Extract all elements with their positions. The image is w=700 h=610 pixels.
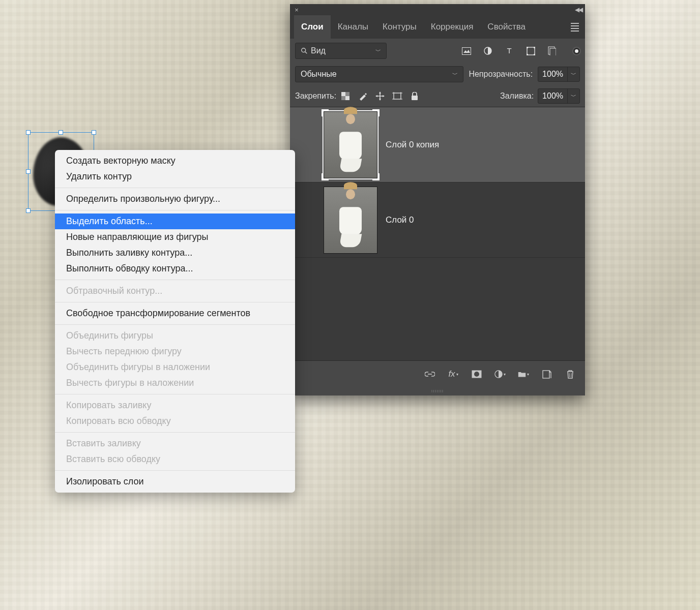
tab-label: Каналы [338,22,368,32]
filter-toggle[interactable] [573,48,580,54]
filter-shape-icon[interactable] [526,46,536,56]
context-menu-item: Объединить фигуры в наложении [55,359,295,375]
svg-rect-28 [412,96,418,100]
svg-point-30 [474,372,479,377]
context-menu-item: Вставить всю обводку [55,451,295,467]
svg-rect-10 [534,54,535,55]
chevron-down-icon[interactable]: ﹀ [567,67,579,81]
close-icon[interactable]: × [293,6,300,14]
svg-rect-32 [543,371,549,378]
context-menu-item[interactable]: Выполнить заливку контура... [55,245,295,261]
blend-mode-value: Обычные [301,70,337,79]
svg-marker-3 [463,50,470,53]
new-group-icon[interactable]: ▾ [518,369,529,380]
layer-row[interactable]: Слой 0 [290,182,585,258]
panel-menu-icon[interactable] [569,23,581,32]
svg-marker-19 [375,95,377,97]
lock-artboard-icon[interactable] [392,91,402,101]
handle-tr[interactable] [92,130,96,135]
context-menu-item[interactable]: Свободное трансформирование сегментов [55,306,295,321]
lock-transparency-icon[interactable] [340,91,351,101]
svg-rect-15 [345,92,349,96]
menu-separator [55,302,295,302]
lock-all-icon[interactable] [410,91,420,101]
lock-label: Закрепить: [295,92,336,101]
context-menu-item: Вычесть переднюю фигуру [55,344,295,359]
opacity-input[interactable]: 100% ﹀ [538,67,580,82]
opacity-label: Непрозрачность: [469,70,533,79]
opacity-value: 100% [538,70,567,79]
layers-list: Слой 0 копия Слой 0 [290,107,585,361]
new-adjustment-icon[interactable]: ▾ [494,369,506,380]
layer-name: Слой 0 [386,215,414,225]
svg-rect-16 [341,96,345,100]
fill-input[interactable]: 100% ﹀ [538,88,580,104]
blend-mode-select[interactable]: Обычные ﹀ [295,66,463,82]
context-menu-item: Обтравочный контур... [55,283,295,299]
tab-label: Контуры [383,22,417,32]
add-mask-icon[interactable] [471,369,482,380]
tab-channels[interactable]: Каналы [331,15,375,39]
lock-pixels-icon[interactable] [358,91,368,101]
fill-label: Заливка: [500,92,534,101]
tab-adjustments[interactable]: Коррекция [424,15,481,39]
handle-tm[interactable] [59,130,63,135]
context-menu-item: Вычесть фигуры в наложении [55,375,295,391]
layer-row[interactable]: Слой 0 копия [290,107,585,182]
menu-separator [55,432,295,433]
handle-bl[interactable] [26,208,31,213]
new-layer-icon[interactable] [541,369,552,380]
layer-fx-icon[interactable]: fx▾ [448,369,459,380]
svg-rect-7 [527,47,528,48]
svg-rect-14 [345,96,349,100]
context-menu-item[interactable]: Новые направляющие из фигуры [55,229,295,245]
chevron-down-icon[interactable]: ﹀ [567,89,579,103]
svg-rect-8 [534,47,535,48]
context-menu-item[interactable]: Изолировать слои [55,474,295,490]
link-layers-icon[interactable] [424,369,435,380]
layer-filter-select[interactable]: Вид ﹀ [295,43,387,59]
context-menu-item[interactable]: Создать векторную маску [55,153,295,169]
filter-smartobject-icon[interactable] [547,46,557,56]
filter-type-icon[interactable]: T [504,46,514,56]
context-menu-item: Объединить фигуры [55,328,295,344]
svg-text:T: T [507,47,511,55]
svg-rect-12 [550,48,556,55]
svg-rect-13 [341,92,345,96]
tab-properties[interactable]: Свойства [480,15,533,39]
filter-pixel-icon[interactable] [461,46,472,56]
layer-name: Слой 0 копия [386,140,439,150]
svg-line-34 [571,373,572,377]
panel-titlebar[interactable]: × ◀◀ [290,4,585,15]
delete-layer-icon[interactable] [565,369,576,380]
handle-ml[interactable] [26,169,31,174]
resize-grip[interactable]: ııııııı [290,387,585,395]
handle-tl[interactable] [26,130,31,135]
tab-label: Слои [301,22,324,32]
context-menu-item[interactable]: Определить произвольную фигуру... [55,191,295,207]
context-menu-item[interactable]: Выделить область... [55,214,295,229]
svg-marker-18 [379,99,381,101]
svg-line-1 [305,52,307,54]
fill-value: 100% [538,92,567,101]
layer-thumbnail[interactable] [324,187,377,254]
filter-adjustment-icon[interactable] [483,46,493,56]
context-menu-item: Копировать заливку [55,398,295,413]
svg-marker-20 [383,95,385,97]
menu-separator [55,280,295,280]
chevron-down-icon: ﹀ [375,47,381,55]
lock-position-icon[interactable] [375,91,385,101]
tab-paths[interactable]: Контуры [375,15,424,39]
menu-separator [55,470,295,471]
filter-icons: T [461,46,580,56]
context-menu: Создать векторную маскуУдалить контурОпр… [55,150,295,493]
svg-line-33 [569,373,570,377]
collapse-icon[interactable]: ◀◀ [575,6,582,13]
panel-tabs: Слои Каналы Контуры Коррекция Свойства [290,15,585,39]
context-menu-item[interactable]: Удалить контур [55,169,295,185]
svg-marker-17 [379,92,381,94]
svg-rect-2 [462,47,471,54]
context-menu-item[interactable]: Выполнить обводку контура... [55,261,295,277]
tab-layers[interactable]: Слои [294,15,331,39]
layer-thumbnail[interactable] [324,111,377,178]
